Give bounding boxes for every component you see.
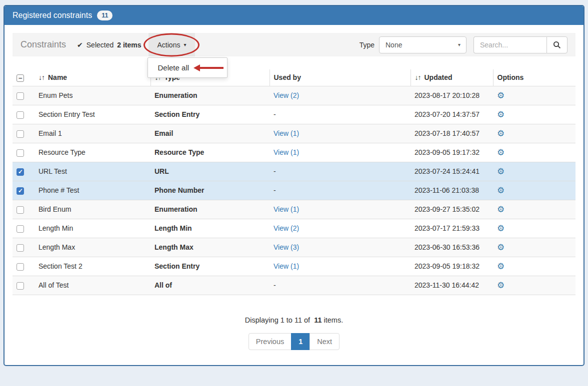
table-row: URL Test URL - 2023-07-24 15:24:41 ⚙ xyxy=(12,162,576,181)
constraint-type: Length Max xyxy=(150,238,270,257)
constraint-name: Email 1 xyxy=(34,124,150,143)
updated-value: 2023-07-24 15:24:41 xyxy=(410,162,493,181)
red-arrow-annotation xyxy=(194,64,224,71)
constraint-type: Resource Type xyxy=(150,143,270,162)
row-checkbox[interactable] xyxy=(16,149,24,157)
constraint-name: Enum Pets xyxy=(34,86,150,105)
updated-value: 2023-11-06 21:03:38 xyxy=(410,181,493,200)
gear-icon[interactable]: ⚙ xyxy=(497,281,504,290)
used-by-value[interactable]: View (1) xyxy=(274,205,299,213)
updated-value: 2023-09-05 19:18:32 xyxy=(410,257,493,276)
row-checkbox[interactable] xyxy=(16,282,24,290)
gear-icon[interactable]: ⚙ xyxy=(497,148,504,157)
gear-icon[interactable]: ⚙ xyxy=(497,91,504,100)
gear-icon[interactable]: ⚙ xyxy=(497,167,504,176)
panel-body: Constraints ✔ Selected 2 items Actions ▾… xyxy=(4,25,584,365)
constraint-name: All of Test xyxy=(34,276,150,295)
panel-heading: Registered constraints 11 xyxy=(4,6,584,25)
used-by-value: - xyxy=(274,281,276,289)
next-page-button[interactable]: Next xyxy=(310,333,340,350)
row-checkbox[interactable] xyxy=(16,168,24,176)
row-checkbox[interactable] xyxy=(16,92,24,100)
row-checkbox[interactable] xyxy=(16,187,24,195)
row-checkbox[interactable] xyxy=(16,263,24,271)
table-row: Phone # Test Phone Number - 2023-11-06 2… xyxy=(12,181,576,200)
menu-item-delete-all[interactable]: Delete all xyxy=(148,60,227,75)
used-by-value[interactable]: View (1) xyxy=(274,262,299,270)
caret-down-icon: ▾ xyxy=(184,42,186,47)
used-by-value[interactable]: View (1) xyxy=(274,129,299,137)
select-all-checkbox[interactable] xyxy=(16,74,24,82)
caret-down-icon: ▾ xyxy=(458,37,460,53)
updated-value: 2023-07-17 21:59:33 xyxy=(410,219,493,238)
delete-all-label: Delete all xyxy=(158,63,190,72)
registered-constraints-panel: Registered constraints 11 Constraints ✔ … xyxy=(4,5,584,366)
table-row: Enum Pets Enumeration View (2) 2023-08-1… xyxy=(12,86,576,105)
updated-value: 2023-09-27 15:35:02 xyxy=(410,200,493,219)
constraint-name: URL Test xyxy=(34,162,150,181)
constraint-type: URL xyxy=(150,162,270,181)
check-icon: ✔ xyxy=(77,41,83,49)
type-filter-value: None xyxy=(386,41,402,49)
selection-status: ✔ Selected 2 items xyxy=(77,41,141,49)
toolbar-title: Constraints xyxy=(20,39,66,50)
updated-value: 2023-11-30 16:44:42 xyxy=(410,276,493,295)
selected-label: Selected xyxy=(86,41,114,49)
gear-icon[interactable]: ⚙ xyxy=(497,262,504,271)
table-row: Email 1 Email View (1) 2023-07-18 17:40:… xyxy=(12,124,576,143)
updated-value: 2023-06-30 16:53:36 xyxy=(410,238,493,257)
constraint-name: Phone # Test xyxy=(34,181,150,200)
used-by-value[interactable]: View (2) xyxy=(274,91,299,99)
items-summary: Displaying 1 to 11 of11items. xyxy=(12,316,576,324)
constraint-name: Section Entry Test xyxy=(34,105,150,124)
used-by-value: - xyxy=(274,110,276,118)
actions-button[interactable]: Actions ▾ xyxy=(148,33,196,56)
previous-page-button[interactable]: Previous xyxy=(248,333,292,350)
constraint-type: Phone Number xyxy=(150,181,270,200)
gear-icon[interactable]: ⚙ xyxy=(497,224,504,233)
gear-icon[interactable]: ⚙ xyxy=(497,110,504,119)
search-input[interactable] xyxy=(474,36,546,53)
search-button[interactable] xyxy=(546,36,568,53)
type-filter-select[interactable]: None ▾ xyxy=(379,36,466,53)
used-by-value[interactable]: View (1) xyxy=(274,148,299,156)
gear-icon[interactable]: ⚙ xyxy=(497,205,504,214)
gear-icon[interactable]: ⚙ xyxy=(497,186,504,195)
actions-menu: Delete all xyxy=(148,57,228,78)
column-header-name[interactable]: ↓↑Name xyxy=(34,69,150,86)
row-checkbox[interactable] xyxy=(16,206,24,214)
panel-title: Registered constraints xyxy=(12,11,92,20)
used-by-value[interactable]: View (3) xyxy=(274,243,299,251)
row-checkbox[interactable] xyxy=(16,225,24,233)
used-by-value: - xyxy=(274,167,276,175)
gear-icon[interactable]: ⚙ xyxy=(497,243,504,252)
constraint-name: Bird Enum xyxy=(34,200,150,219)
row-checkbox[interactable] xyxy=(16,130,24,138)
constraint-type: Section Entry xyxy=(150,105,270,124)
summary-suffix: items. xyxy=(324,316,343,324)
page-1-button[interactable]: 1 xyxy=(291,333,310,350)
sort-icon: ↓↑ xyxy=(415,73,421,81)
constraint-name: Length Min xyxy=(34,219,150,238)
constraint-name: Resource Type xyxy=(34,143,150,162)
constraint-type: Enumeration xyxy=(150,86,270,105)
gear-icon[interactable]: ⚙ xyxy=(497,129,504,138)
search-group xyxy=(474,36,568,53)
summary-prefix: Displaying 1 to 11 of xyxy=(245,316,310,324)
column-header-options: Options xyxy=(493,69,576,86)
table-row: Length Max Length Max View (3) 2023-06-3… xyxy=(12,238,576,257)
sort-icon: ↓↑ xyxy=(38,73,44,81)
constraint-type: Email xyxy=(150,124,270,143)
table-row: Bird Enum Enumeration View (1) 2023-09-2… xyxy=(12,200,576,219)
used-by-value: - xyxy=(274,186,276,194)
updated-value: 2023-09-05 19:17:32 xyxy=(410,143,493,162)
arrow-head-icon xyxy=(194,64,200,71)
table-row: Resource Type Resource Type View (1) 202… xyxy=(12,143,576,162)
row-checkbox[interactable] xyxy=(16,244,24,252)
toolbar: Constraints ✔ Selected 2 items Actions ▾… xyxy=(12,33,576,56)
row-checkbox[interactable] xyxy=(16,111,24,119)
column-header-updated[interactable]: ↓↑Updated xyxy=(410,69,493,86)
used-by-value[interactable]: View (2) xyxy=(274,224,299,232)
constraint-type: Section Entry xyxy=(150,257,270,276)
updated-value: 2023-07-20 14:37:57 xyxy=(410,105,493,124)
